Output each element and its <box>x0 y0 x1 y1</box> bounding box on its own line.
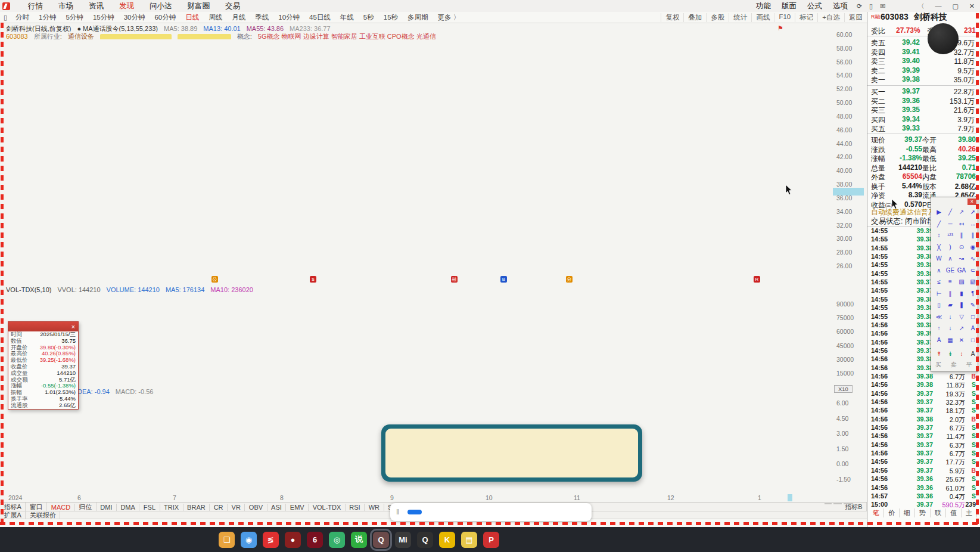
tab-归位[interactable]: 归位 <box>75 503 97 511</box>
toolbar-button-复权[interactable]: 复权 <box>661 13 683 22</box>
draw-tool-icon[interactable]: ¹²³ <box>945 230 956 240</box>
tab-VR[interactable]: VR <box>228 504 245 511</box>
period-60分钟[interactable]: 60分钟 <box>150 13 181 22</box>
message-icon[interactable]: ✉ <box>876 2 889 10</box>
bid-price[interactable]: 39.35 <box>902 106 920 114</box>
draw-tool-icon[interactable]: GE <box>945 265 956 275</box>
quote-tab-笔[interactable]: 笔 <box>869 508 884 517</box>
draw-tool-icon[interactable]: ∿ <box>967 253 978 263</box>
draw-tool-icon[interactable]: A <box>934 335 944 345</box>
draw-tool-icon[interactable]: ∥ <box>945 289 956 299</box>
draw-arrow-icon[interactable]: ↟ <box>934 349 944 359</box>
tab-CR[interactable]: CR <box>210 504 228 511</box>
drag-handle-icon[interactable]: ‖ <box>396 508 399 516</box>
menu-item-0[interactable]: 行情 <box>20 1 51 11</box>
event-marker[interactable]: 分 <box>566 276 573 283</box>
draw-tool-icon[interactable]: ≪ <box>934 312 944 322</box>
tab-WR[interactable]: WR <box>365 504 384 511</box>
draw-arrow-icon[interactable]: A <box>967 349 978 359</box>
draw-tool-icon[interactable]: ▶ <box>934 207 944 217</box>
palette-close-icon[interactable]: × <box>967 199 976 205</box>
period-30分钟[interactable]: 30分钟 <box>119 13 150 22</box>
draw-tool-icon[interactable]: □ <box>967 335 978 345</box>
draw-tool-icon[interactable]: ▽ <box>956 312 967 322</box>
toolbar-button-F10[interactable]: F10 <box>774 13 795 22</box>
bid-price[interactable]: 39.37 <box>902 87 920 95</box>
quote-tab-细[interactable]: 细 <box>900 508 915 517</box>
draw-tool-icon[interactable]: ▨ <box>956 277 967 287</box>
period-5秒[interactable]: 5秒 <box>359 13 379 22</box>
taskbar-app-app-red-circle[interactable]: ● <box>285 532 301 548</box>
tab-FSL[interactable]: FSL <box>139 504 160 511</box>
period-15分钟[interactable]: 15分钟 <box>88 13 119 22</box>
draw-tool-icon[interactable]: ∧ <box>945 253 956 263</box>
taskbar-app-mi-app[interactable]: Mi <box>395 532 411 548</box>
period-更多 〉[interactable]: 更多 〉 <box>433 13 465 22</box>
quote-tab-价[interactable]: 价 <box>884 508 900 517</box>
collapse-icon[interactable]: 〈 <box>912 2 929 11</box>
draw-tool-icon[interactable]: ⊂ <box>967 265 978 275</box>
zoom-in-button[interactable] <box>833 503 842 504</box>
event-marker[interactable]: $ <box>310 276 316 283</box>
tab-DMA[interactable]: DMA <box>117 504 139 511</box>
draw-tool-icon[interactable]: ⊢ <box>934 289 944 299</box>
draw-tool-icon[interactable]: ✕ <box>956 335 967 345</box>
stock-name[interactable]: 剑桥科技 <box>914 12 947 23</box>
menu-right-0[interactable]: 功能 <box>751 1 776 11</box>
phone-icon[interactable]: ▯ <box>0 14 11 21</box>
period-1分钟[interactable]: 1分钟 <box>34 13 61 22</box>
quote-tab-值[interactable]: 值 <box>946 508 962 517</box>
tab-ASI[interactable]: ASI <box>267 504 287 511</box>
event-marker[interactable]: 公 <box>211 276 218 283</box>
draw-tool-icon[interactable]: ⊙ <box>956 242 967 252</box>
minimize-icon[interactable]: — <box>929 2 947 10</box>
draw-tool-icon[interactable]: ↑ <box>934 323 944 333</box>
tab-RSI[interactable]: RSI <box>346 504 365 511</box>
menu-item-3[interactable]: 发现 <box>111 1 142 11</box>
taskbar-app-sticky-notes[interactable]: ▤ <box>461 532 477 548</box>
draw-tool-icon[interactable]: W <box>934 253 944 263</box>
taskbar-app-qq[interactable]: Q <box>373 532 389 548</box>
taskbar-app-cam-q[interactable]: Q <box>417 532 433 548</box>
taskbar-app-green-cam[interactable]: ◎ <box>329 532 345 548</box>
draw-tool-icon[interactable]: ◉ <box>967 242 978 252</box>
zoom-out-button[interactable] <box>844 503 853 504</box>
menu-item-4[interactable]: 问小达 <box>142 1 180 11</box>
mobile-icon[interactable]: ▯ <box>866 2 876 10</box>
bid-price[interactable]: 39.34 <box>902 115 920 123</box>
draw-tool-icon[interactable]: ∥ <box>967 230 978 240</box>
tab-DMI[interactable]: DMI <box>97 504 117 511</box>
period-季线[interactable]: 季线 <box>250 13 273 22</box>
period-45日线[interactable]: 45日线 <box>304 13 335 22</box>
taskbar-app-wechat[interactable]: 说 <box>351 532 367 548</box>
toolbar-button-画线[interactable]: 画线 <box>751 13 774 22</box>
ask-price[interactable]: 39.38 <box>902 75 920 83</box>
draw-tool-icon[interactable]: ≤ <box>934 277 944 287</box>
event-marker[interactable]: R <box>754 276 760 283</box>
template-button[interactable] <box>825 503 832 504</box>
draw-tool-icon[interactable]: ¶ <box>967 289 978 299</box>
ask-price[interactable]: 39.41 <box>902 48 920 56</box>
period-15秒[interactable]: 15秒 <box>379 13 403 22</box>
draw-tool-icon[interactable]: GA <box>956 265 967 275</box>
period-周线[interactable]: 周线 <box>204 13 227 22</box>
tab-BRAR[interactable]: BRAR <box>183 504 210 511</box>
event-marker[interactable]: B <box>500 276 507 283</box>
draw-tool-icon[interactable]: ▦ <box>945 335 956 345</box>
draw-tool-icon[interactable]: ╱ <box>934 219 944 229</box>
draw-tool-icon[interactable]: ↗ <box>956 207 967 217</box>
toolbar-button-多股[interactable]: 多股 <box>706 13 729 22</box>
tab-TRIX[interactable]: TRIX <box>160 504 183 511</box>
draw-tool-icon[interactable]: ) <box>945 242 956 252</box>
event-marker[interactable]: 融 <box>451 276 458 283</box>
menu-right-3[interactable]: 选项 <box>827 1 853 11</box>
menu-item-6[interactable]: 交易 <box>217 1 248 11</box>
ask-price[interactable]: 39.42 <box>902 38 920 46</box>
draw-tool-icon[interactable]: □ <box>967 312 978 322</box>
draw-arrow-icon[interactable]: ↡ <box>945 349 956 359</box>
draw-tool-icon[interactable]: ↓ <box>945 323 956 333</box>
quote-tab-主[interactable]: 主 <box>962 508 977 517</box>
tab-EMV[interactable]: EMV <box>286 504 309 511</box>
menu-right-2[interactable]: 公式 <box>802 1 827 11</box>
draw-tool-icon[interactable]: ∥ <box>956 230 967 240</box>
